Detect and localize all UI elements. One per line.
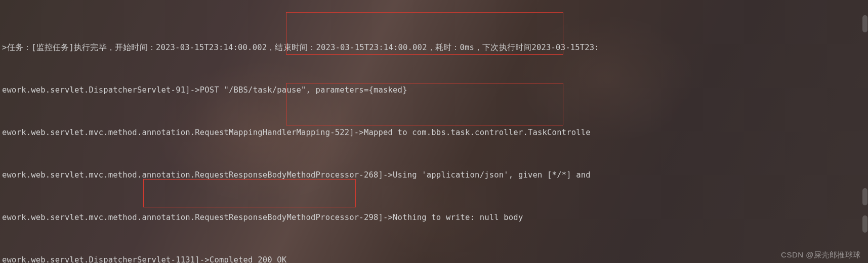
scrollbar-thumb[interactable] <box>862 15 867 32</box>
log-line: ework.web.servlet.mvc.method.annotation.… <box>2 210 868 225</box>
scrollbar-thumb[interactable] <box>862 188 867 205</box>
terminal-log: >任务：[监控任务]执行完毕，开始时间：2023-03-15T23:14:00.… <box>0 0 868 263</box>
scrollbar-thumb[interactable] <box>862 215 867 233</box>
log-line: ework.web.servlet.mvc.method.annotation.… <box>2 125 868 140</box>
watermark-text: CSDN @屎壳郎推球球 <box>781 250 861 260</box>
log-line: ework.web.servlet.mvc.method.annotation.… <box>2 168 868 182</box>
log-line: ework.web.servlet.DispatcherServlet-91]-… <box>2 83 868 97</box>
scrollbar-track[interactable] <box>861 0 868 263</box>
log-line: ework.web.servlet.DispatcherServlet-1131… <box>2 253 868 263</box>
log-line: >任务：[监控任务]执行完毕，开始时间：2023-03-15T23:14:00.… <box>2 40 868 55</box>
